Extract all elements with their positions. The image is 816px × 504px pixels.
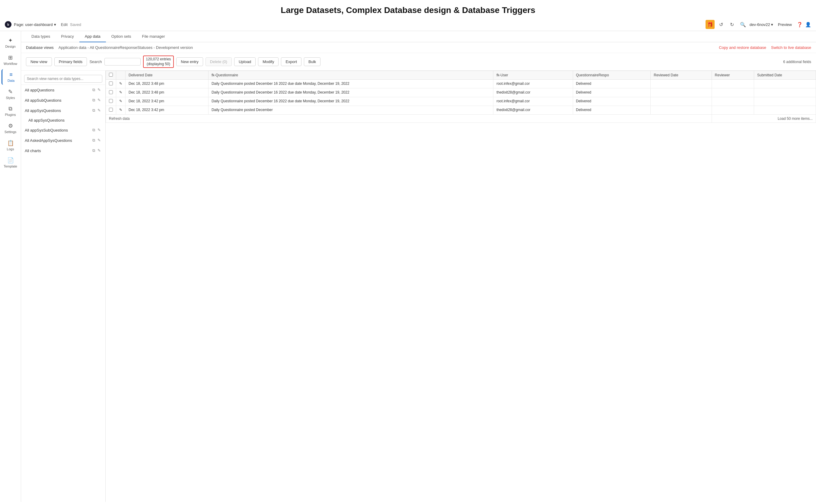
load-more-button[interactable]: Load 50 more items... [712,115,816,123]
row-edit-cell[interactable]: ✎ [116,97,126,106]
table-footer-row: Refresh data Load 50 more items... [106,115,816,123]
version-selector[interactable]: dev-6nov22 ▾ [750,22,773,27]
view-item-all-app-sub-questions[interactable]: All appSubQuestions ⧉ ✎ [21,95,105,105]
copy-view-icon[interactable]: ⧉ [91,87,96,93]
row-checkbox[interactable] [109,81,113,85]
sidebar: ✦ Design ⊞ Workflow ≡ Data ✎ Styles ⧉ Pl… [0,31,21,502]
views-search-input[interactable] [24,75,102,83]
view-item-all-app-sys-questions-sub[interactable]: All appSysQuestions [21,116,105,125]
sidebar-item-data[interactable]: ≡ Data [2,69,20,85]
row-fk-user: root.infex@gmail.cor [493,97,573,106]
row-checkbox[interactable] [109,99,113,103]
gift-icon[interactable]: 🎁 [706,20,715,29]
page-selector[interactable]: Page: user-dashboard ▾ [14,22,56,27]
sidebar-item-styles[interactable]: ✎ Styles [2,86,20,102]
search-input[interactable] [104,58,141,65]
undo-button[interactable]: ↺ [717,20,725,29]
new-entry-button[interactable]: New entry [176,57,203,66]
tab-option-sets[interactable]: Option sets [106,31,137,42]
view-item-all-asked-app-sys-questions[interactable]: All AskedAppSysQuestions ⧉ ✎ [21,135,105,145]
search-button[interactable]: 🔍 [739,20,747,29]
preview-button[interactable]: Preview [776,21,794,28]
row-submitted-date [754,80,816,88]
delete-button: Delete (0) [206,57,232,66]
edit-view-icon[interactable]: ✎ [97,138,102,143]
col-header-delivered-date[interactable]: Delivered Date [126,71,209,80]
view-label: All appSubQuestions [25,98,61,103]
view-label: All charts [25,148,41,153]
col-header-submitted-date[interactable]: Submitted Date [754,71,816,80]
edit-view-icon[interactable]: ✎ [97,108,102,113]
sidebar-item-design[interactable]: ✦ Design [2,35,20,51]
user-avatar-icon[interactable]: 👤 [805,22,811,27]
sidebar-item-template[interactable]: 📄 Template [2,155,20,171]
row-checkbox[interactable] [109,90,113,94]
select-all-checkbox[interactable] [109,73,113,77]
tab-data-types[interactable]: Data types [26,31,56,42]
bulk-button[interactable]: Bulk [304,57,320,66]
row-edit-cell[interactable]: ✎ [116,106,126,115]
row-reviewer [712,97,754,106]
refresh-data-label[interactable]: Refresh data [106,115,712,123]
copy-view-icon[interactable]: ⧉ [91,148,96,153]
modify-button[interactable]: Modify [258,57,279,66]
page-selector-chevron-icon: ▾ [54,22,56,27]
row-reviewed-date [651,106,712,115]
workflow-icon: ⊞ [8,54,13,61]
data-table: Delivered Date fk-Questionnaire fk-User … [106,71,816,123]
sidebar-item-workflow[interactable]: ⊞ Workflow [2,52,20,68]
copy-restore-link[interactable]: Copy and restore database [719,45,766,50]
redo-button[interactable]: ↻ [728,20,736,29]
view-label: All appSysQuestions [28,118,65,123]
switch-live-link[interactable]: Switch to live database [771,45,811,50]
data-icon: ≡ [9,72,13,78]
view-item-all-app-sys-questions[interactable]: All appSysQuestions ⧉ ✎ [21,105,105,116]
sidebar-item-plugins[interactable]: ⧉ Plugins [2,103,20,119]
copy-view-icon[interactable]: ⧉ [91,127,96,133]
sidebar-label-workflow: Workflow [4,62,17,65]
col-header-edit [116,71,126,80]
table-row: ✎ Dec 18, 2022 3:48 pm Daily Questionnai… [106,80,816,88]
copy-view-icon[interactable]: ⧉ [91,138,96,143]
row-edit-cell[interactable]: ✎ [116,88,126,97]
edit-view-icon[interactable]: ✎ [97,97,102,103]
sidebar-label-logs: Logs [7,147,14,151]
export-button[interactable]: Export [281,57,301,66]
edit-view-icon[interactable]: ✎ [97,148,102,153]
help-icon[interactable]: ❓ [797,22,803,27]
row-reviewer [712,88,754,97]
view-item-all-app-questions[interactable]: All appQuestions ⧉ ✎ [21,85,105,95]
saved-label: Saved [70,22,81,27]
edit-view-icon[interactable]: ✎ [97,127,102,133]
col-header-fk-user[interactable]: fk-User [493,71,573,80]
col-header-reviewed-date[interactable]: Reviewed Date [651,71,712,80]
db-views-title: Database views [26,45,54,50]
col-header-fk-questionnaire[interactable]: fk-Questionnaire [208,71,493,80]
col-header-qr-status[interactable]: QuestionnaireRespo [573,71,651,80]
row-edit-cell[interactable]: ✎ [116,80,126,88]
copy-view-icon[interactable]: ⧉ [91,108,96,113]
table-header-row: Delivered Date fk-Questionnaire fk-User … [106,71,816,80]
copy-view-icon[interactable]: ⧉ [91,97,96,103]
row-fk-user: root.infex@gmail.cor [493,80,573,88]
col-header-reviewer[interactable]: Reviewer [712,71,754,80]
tab-file-manager[interactable]: File manager [137,31,171,42]
entries-line1: 120,072 entries [146,57,171,62]
table-row: ✎ Dec 18, 2022 3:42 pm Daily Questionnai… [106,97,816,106]
view-item-all-charts[interactable]: All charts ⧉ ✎ [21,145,105,156]
sidebar-item-settings[interactable]: ⚙ Settings [2,120,20,136]
tab-privacy[interactable]: Privacy [56,31,79,42]
tab-app-data[interactable]: App data [79,31,106,42]
row-reviewed-date [651,80,712,88]
edit-view-icon[interactable]: ✎ [97,87,102,93]
sidebar-item-logs[interactable]: 📋 Logs [2,137,20,153]
logs-icon: 📋 [7,140,14,146]
view-item-all-app-sys-sub-questions[interactable]: All appSysSubQuestions ⧉ ✎ [21,125,105,135]
new-view-button[interactable]: New view [26,57,52,66]
upload-button[interactable]: Upload [234,57,256,66]
row-checkbox-cell [106,80,116,88]
primary-fields-button[interactable]: Primary fields [54,57,87,66]
page-selector-label: Page: user-dashboard [14,22,53,27]
edit-label[interactable]: Edit [61,22,68,27]
row-checkbox[interactable] [109,108,113,112]
